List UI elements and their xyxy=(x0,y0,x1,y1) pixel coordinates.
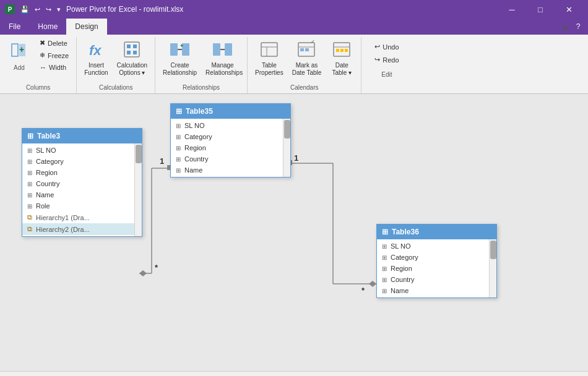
rel-label-1-1: 1 xyxy=(160,156,164,166)
table3-row-role[interactable]: ⊞ Role xyxy=(22,200,142,212)
quick-save-btn[interactable]: 💾 xyxy=(19,4,31,15)
table36-row-region[interactable]: ⊞ Region xyxy=(377,263,496,274)
table36-field-slno: SL NO xyxy=(391,242,411,250)
delete-btn[interactable]: ✖ Delete xyxy=(36,37,72,49)
table-props-label: TableProperties xyxy=(255,62,283,77)
field-icon: ⊞ xyxy=(176,156,181,163)
table-props-icon xyxy=(260,40,279,61)
help-btn[interactable]: ? xyxy=(572,20,584,33)
table3-row-category[interactable]: ⊞ Category xyxy=(22,156,142,167)
ribbon-group-calculations: fx InsertFunction xyxy=(77,37,155,93)
table36-row-category[interactable]: ⊞ Category xyxy=(377,252,496,263)
field-icon: ⊞ xyxy=(27,158,32,165)
title-bar: P 💾 ↩ ↪ ▾ Power Pivot for Excel - rowlim… xyxy=(0,0,588,19)
table35-row-name[interactable]: ⊞ Name xyxy=(171,164,290,176)
table36-body: ⊞ SL NO ⊞ Category ⊞ Region ⊞ Country ⊞ … xyxy=(377,239,496,297)
field-icon: ⊞ xyxy=(382,265,387,272)
svg-rect-30 xyxy=(345,49,348,52)
mark-date-label: Mark asDate Table xyxy=(292,62,322,77)
insert-function-label: InsertFunction xyxy=(84,62,108,77)
rel-buttons: + CreateRelationship ManageRelationships xyxy=(159,37,243,82)
close-btn[interactable]: ✕ xyxy=(555,0,583,19)
field-icon: ⊞ xyxy=(382,243,387,250)
insert-function-btn[interactable]: fx InsertFunction xyxy=(80,37,111,80)
minimize-btn[interactable]: ─ xyxy=(498,0,526,19)
quick-undo-btn[interactable]: ↩ xyxy=(33,4,42,15)
table35-row-category[interactable]: ⊞ Category xyxy=(171,131,290,142)
calc-options-btn[interactable]: CalculationOptions ▾ xyxy=(113,37,151,80)
rel-diamond-1 xyxy=(139,270,147,276)
date-table-arrow: ▾ xyxy=(348,69,352,76)
ribbon-group-edit: ↩ Undo ↪ Redo Edit xyxy=(361,37,412,93)
diagram-canvas: * 1 1 * ⊞ Table3 ⊞ SL NO ⊞ Category xyxy=(0,94,588,371)
width-icon: ↔ xyxy=(40,64,46,71)
table35-scrollbar[interactable] xyxy=(283,119,290,177)
table35-row-region[interactable]: ⊞ Region xyxy=(171,142,290,153)
table-properties-btn[interactable]: TableProperties xyxy=(251,37,287,80)
table35-row-slno[interactable]: ⊞ SL NO xyxy=(171,120,290,131)
redo-btn[interactable]: ↪ Redo xyxy=(370,54,403,66)
create-rel-icon: + xyxy=(170,40,191,61)
rel-diamond-2 xyxy=(369,281,376,287)
title-bar-controls: ─ □ ✕ xyxy=(498,0,583,19)
table36-row-slno[interactable]: ⊞ SL NO xyxy=(377,241,496,252)
table35-row-country[interactable]: ⊞ Country xyxy=(171,153,290,164)
ribbon-group-relationships: + CreateRelationship ManageRelationships xyxy=(155,37,248,93)
col-small-btns: ✖ Delete ❄ Freeze ↔ Width xyxy=(36,37,72,73)
table36-title: Table36 xyxy=(392,228,419,236)
ribbon-nav: ▲ ? xyxy=(558,19,588,35)
table3-row-region[interactable]: ⊞ Region xyxy=(22,167,142,178)
date-table-btn[interactable]: DateTable ▾ xyxy=(326,37,357,80)
svg-text:+: + xyxy=(180,43,183,49)
manage-relationships-btn[interactable]: ManageRelationships xyxy=(202,37,243,80)
table3-row-name[interactable]: ⊞ Name xyxy=(22,189,142,200)
maximize-btn[interactable]: □ xyxy=(526,0,555,19)
table3-field-category: Category xyxy=(36,158,64,165)
field-icon: ⊞ xyxy=(176,145,181,152)
table3-row-slno[interactable]: ⊞ SL NO xyxy=(22,145,142,156)
mark-date-table-btn[interactable]: ✓ Mark asDate Table xyxy=(288,37,326,80)
table36-field-region: Region xyxy=(391,265,412,272)
edit-group-label: Edit xyxy=(365,69,408,80)
width-btn[interactable]: ↔ Width xyxy=(36,62,72,73)
table35-field-slno: SL NO xyxy=(184,122,205,129)
table3-card[interactable]: ⊞ Table3 ⊞ SL NO ⊞ Category ⊞ Region ⊞ C… xyxy=(22,128,142,237)
table36-scrollbar[interactable] xyxy=(489,239,496,297)
table35-title: Table35 xyxy=(186,107,213,116)
calc-icon xyxy=(123,40,141,59)
table36-row-name[interactable]: ⊞ Name xyxy=(377,285,496,296)
add-btn[interactable]: + Add xyxy=(4,37,35,74)
tab-file[interactable]: File xyxy=(0,19,29,35)
title-bar-left: P 💾 ↩ ↪ ▾ Power Pivot for Excel - rowlim… xyxy=(5,4,183,15)
table3-body: ⊞ SL NO ⊞ Category ⊞ Region ⊞ Country ⊞ … xyxy=(22,143,142,236)
table35-card[interactable]: ⊞ Table35 ⊞ SL NO ⊞ Category ⊞ Region ⊞ … xyxy=(170,103,291,177)
svg-rect-16 xyxy=(225,43,232,56)
field-icon: ⊞ xyxy=(27,192,32,199)
add-icon: + xyxy=(9,40,29,64)
manage-rel-icon xyxy=(212,40,233,61)
undo-btn[interactable]: ↩ Undo xyxy=(370,41,403,53)
calendars-group-label: Calendars xyxy=(251,82,357,93)
svg-rect-8 xyxy=(133,45,137,48)
table3-row-country[interactable]: ⊞ Country xyxy=(22,178,142,189)
table3-row-h1[interactable]: ⧉ Hierarchy1 (Dra... xyxy=(22,212,142,223)
quick-drop-btn[interactable]: ▾ xyxy=(55,4,63,15)
table36-card[interactable]: ⊞ Table36 ⊞ SL NO ⊞ Category ⊞ Region ⊞ … xyxy=(376,224,497,298)
table36-row-country[interactable]: ⊞ Country xyxy=(377,274,496,285)
field-icon: ⊞ xyxy=(27,181,32,187)
date-table-label: DateTable ▾ xyxy=(332,62,352,77)
quick-redo-btn[interactable]: ↪ xyxy=(44,4,53,15)
svg-text:P: P xyxy=(8,6,12,13)
mark-date-svg: ✓ xyxy=(297,40,316,59)
field-icon: ⊞ xyxy=(176,122,181,129)
calc-buttons: fx InsertFunction xyxy=(80,37,151,82)
freeze-btn[interactable]: ❄ Freeze xyxy=(36,49,72,61)
table3-field-role: Role xyxy=(36,202,50,210)
table35-field-category: Category xyxy=(184,133,212,140)
create-relationship-btn[interactable]: + CreateRelationship xyxy=(159,37,201,80)
tab-design[interactable]: Design xyxy=(66,19,106,35)
tab-home[interactable]: Home xyxy=(29,19,66,35)
table3-scrollbar[interactable] xyxy=(134,143,142,236)
table3-row-h2[interactable]: ⧉ Hierarchy2 (Dra... xyxy=(22,223,142,235)
ribbon-collapse-btn[interactable]: ▲ xyxy=(558,20,572,33)
